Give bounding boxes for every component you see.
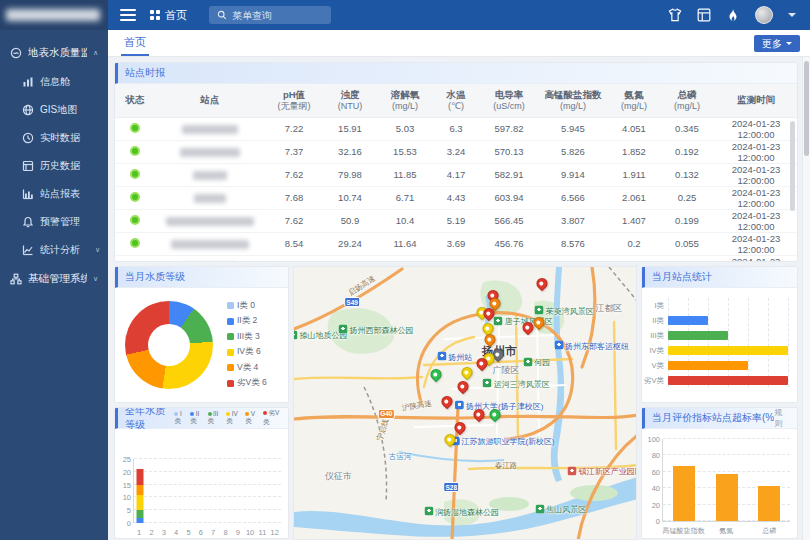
- user-menu-chevron-down-icon[interactable]: [788, 13, 796, 21]
- column-header: pH值(无量纲): [265, 84, 323, 117]
- menu-search[interactable]: [209, 6, 331, 24]
- station-marker-red[interactable]: [452, 419, 468, 435]
- month-station-bar-chart[interactable]: 0123456 I类II类III类IV类V类劣V类: [642, 288, 797, 403]
- vbar-高锰酸盐指数[interactable]: [673, 466, 695, 521]
- chevron-down-icon: [786, 42, 792, 48]
- cell-value: 3.24: [433, 140, 479, 163]
- hbar-row-III类[interactable]: III类: [668, 328, 788, 344]
- vbar-label: 高锰酸盐指数: [662, 526, 704, 536]
- poi-icon: [535, 504, 544, 513]
- tab-home[interactable]: 首页: [121, 30, 149, 56]
- poi-icon: [535, 306, 544, 315]
- sidebar-item-预警管理[interactable]: 预警管理: [0, 208, 108, 236]
- alert-icon: [22, 216, 34, 228]
- cell-value: 0.132: [661, 163, 713, 186]
- cell-value: 566.45: [479, 209, 539, 232]
- table-row[interactable]: 7.6250.910.45.19566.453.8071.4070.199202…: [115, 209, 798, 232]
- sidebar: 地表水质量监测系统∧信息舱GIS地图实时数据历史数据站点报表预警管理统计分析∨基…: [0, 0, 108, 540]
- legend-item[interactable]: 劣V类 6: [227, 376, 267, 392]
- column-header: 溶解氧(mg/L): [377, 84, 433, 117]
- breadcrumb[interactable]: 首页: [150, 8, 187, 23]
- table-row[interactable]: 7.6279.9811.854.17582.919.9141.9110.1322…: [115, 163, 798, 186]
- station-marker-red[interactable]: [455, 379, 471, 395]
- sidebar-item-统计分析[interactable]: 统计分析∨: [0, 236, 108, 264]
- hbar-row-I类[interactable]: I类: [668, 298, 788, 314]
- legend-item[interactable]: IV类: [226, 410, 240, 426]
- station-marker-yellow[interactable]: [459, 365, 475, 381]
- exceed-rate-bar-chart[interactable]: 020406080100 高锰酸盐指数氨氮总磷: [642, 429, 797, 539]
- status-dot-normal: [130, 238, 140, 248]
- legend-item[interactable]: III类 3: [227, 329, 267, 345]
- station-marker-red[interactable]: [534, 275, 550, 291]
- search-input[interactable]: [232, 10, 322, 21]
- year-grade-chart[interactable]: 0510152025 123456789101112: [115, 429, 288, 539]
- cell-value: 6.566: [539, 186, 607, 209]
- status-dot-normal: [130, 146, 140, 156]
- layout-icon[interactable]: [697, 8, 711, 22]
- cell-value: 11.85: [377, 163, 433, 186]
- sidebar-item-GIS地图[interactable]: GIS地图: [0, 96, 108, 124]
- table-row[interactable]: 7.9633.083.435.58641.957.893.0640.892024…: [115, 255, 798, 262]
- hbar-row-V类[interactable]: V类: [668, 358, 788, 374]
- table-row[interactable]: 8.5429.2411.643.69456.768.5760.20.055202…: [115, 232, 798, 255]
- flame-icon[interactable]: [726, 8, 740, 22]
- more-button[interactable]: 更多: [754, 35, 800, 52]
- status-dot-normal: [130, 215, 140, 225]
- legend-swatch: [227, 349, 234, 356]
- main-content: 站点时报 状态站点pH值(无量纲)浊度(NTU)溶解氧(mg/L)水温(℃)电导…: [108, 57, 810, 540]
- sidebar-group-1[interactable]: 基础管理系统∨: [0, 264, 108, 294]
- cell-value: 0.2: [607, 232, 661, 255]
- cell-value: 32.16: [323, 140, 377, 163]
- station-marker-green[interactable]: [428, 367, 444, 383]
- hbar-row-IV类[interactable]: IV类: [668, 343, 788, 359]
- table-row[interactable]: 7.3732.1615.533.24570.135.8261.8520.1922…: [115, 140, 798, 163]
- legend-item[interactable]: I类 0: [227, 298, 267, 314]
- page-scrollbar[interactable]: [802, 57, 810, 540]
- rules-link[interactable]: 规则: [774, 407, 790, 429]
- sidebar-item-站点报表[interactable]: 站点报表: [0, 180, 108, 208]
- station-name-redacted: [182, 125, 238, 134]
- legend-item[interactable]: V类: [245, 410, 258, 426]
- legend-item[interactable]: IV类 6: [227, 345, 267, 361]
- stacked-bar-month-1[interactable]: [137, 459, 144, 523]
- cell-value: 5.58: [433, 255, 479, 262]
- hbar-row-劣V类[interactable]: 劣V类: [668, 373, 788, 389]
- cell-value: 7.37: [265, 140, 323, 163]
- status-dot-normal: [130, 169, 140, 179]
- vbar-总磷[interactable]: [758, 486, 780, 521]
- cell-value: 4.17: [433, 163, 479, 186]
- theme-shirt-icon[interactable]: [668, 8, 682, 22]
- cell-value: 8.576: [539, 232, 607, 255]
- legend-item[interactable]: 劣V类: [263, 409, 281, 427]
- hbar-row-II类[interactable]: II类: [668, 313, 788, 329]
- legend-item[interactable]: II类: [190, 410, 202, 426]
- gis-map[interactable]: 扬州市江都区广陵区仪征市捺山地质公园扬州西部森林公园唐子城风景区茱萸湾风景区何园…: [293, 266, 637, 540]
- trend-icon: [22, 244, 34, 256]
- hamburger-menu-icon[interactable]: [120, 9, 136, 21]
- legend-swatch: [227, 302, 234, 309]
- sidebar-item-历史数据[interactable]: 历史数据: [0, 152, 108, 180]
- base-system-icon: [10, 273, 22, 285]
- sidebar-group-0[interactable]: 地表水质量监测系统∧: [0, 38, 108, 68]
- legend-item[interactable]: II类 2: [227, 314, 267, 330]
- map-label: 江苏旅游职业学院(新校区): [450, 436, 554, 447]
- cell-value: 3.43: [377, 255, 433, 262]
- table-row[interactable]: 7.6810.746.714.43603.946.5662.0610.25202…: [115, 186, 798, 209]
- column-header: 高锰酸盐指数(mg/L): [539, 84, 607, 117]
- legend-item[interactable]: V类 4: [227, 360, 267, 376]
- table-scrollbar[interactable]: [790, 121, 795, 211]
- panel-title: 当月水质等级: [125, 270, 185, 284]
- sidebar-item-实时数据[interactable]: 实时数据: [0, 124, 108, 152]
- user-avatar[interactable]: [755, 6, 773, 24]
- cell-time: 2024-01-23 12:00:00: [713, 186, 798, 209]
- vbar-氨氮[interactable]: [716, 474, 738, 521]
- station-marker-red[interactable]: [439, 394, 455, 410]
- water-grade-donut-chart[interactable]: [125, 301, 213, 389]
- legend-item[interactable]: III类: [208, 410, 222, 426]
- sidebar-item-信息舱[interactable]: 信息舱: [0, 68, 108, 96]
- cell-value: 0.199: [661, 209, 713, 232]
- legend-item[interactable]: I类: [174, 410, 185, 426]
- cell-value: 7.62: [265, 163, 323, 186]
- cell-value: 33.08: [323, 255, 377, 262]
- table-row[interactable]: 7.2215.915.036.3597.825.9454.0510.345202…: [115, 117, 798, 140]
